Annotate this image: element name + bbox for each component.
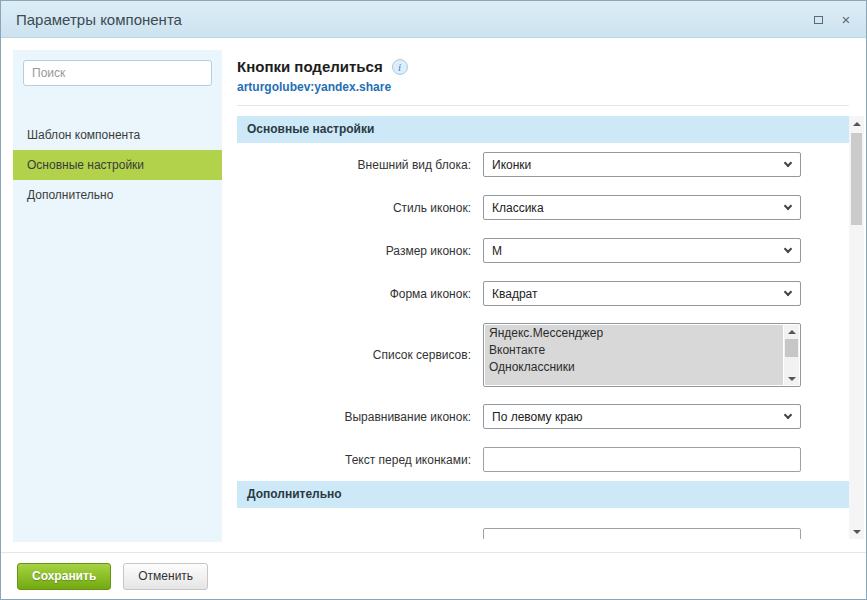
close-icon[interactable]: × (836, 10, 856, 30)
search-input[interactable] (23, 60, 212, 86)
cancel-button[interactable]: Отменить (123, 563, 208, 590)
partial-input[interactable] (483, 528, 801, 539)
component-code-link[interactable]: arturgolubev:yandex.share (237, 80, 391, 94)
multiselect-scrollbar[interactable] (784, 325, 799, 385)
field-label: Текст перед иконками: (237, 453, 483, 467)
main-scrollbar[interactable] (849, 116, 864, 539)
dialog-titlebar: Параметры компонента × (1, 1, 866, 38)
main-header: Кнопки поделиться i arturgolubev:yandex.… (237, 58, 408, 95)
scroll-thumb[interactable] (851, 133, 862, 225)
icon-shape-select[interactable]: Квадрат (483, 281, 801, 306)
field-control: Иконки (483, 152, 801, 177)
field-control: По левому краю (483, 404, 801, 429)
chevron-down-icon (784, 159, 792, 167)
icon-align-select[interactable]: По левому краю (483, 404, 801, 429)
text-before-icons-input[interactable] (483, 447, 801, 472)
form-row-icon-size: Размер иконок: M (237, 229, 849, 272)
info-icon[interactable]: i (392, 59, 408, 75)
select-value: Квадрат (492, 287, 538, 301)
field-label: Форма иконок: (237, 287, 483, 301)
select-value: M (492, 244, 502, 258)
form-row-services: Список сервисов: Яндекс.Мессенджер Вконт… (237, 315, 849, 395)
field-label: Список сервисов: (237, 348, 483, 362)
multiselect-option[interactable]: Одноклассники (485, 359, 783, 376)
scroll-up-icon[interactable] (849, 116, 864, 131)
form-row-appearance: Внешний вид блока: Иконки (237, 143, 849, 186)
multiselect-options: Яндекс.Мессенджер Вконтакте Одноклассник… (485, 325, 783, 385)
form-row-icon-style: Стиль иконок: Классика (237, 186, 849, 229)
field-control: Классика (483, 195, 801, 220)
form-row-icon-align: Выравнивание иконок: По левому краю (237, 395, 849, 438)
field-control: Квадрат (483, 281, 801, 306)
chevron-down-icon (784, 202, 792, 210)
field-control (483, 447, 801, 472)
sidebar-menu: Шаблон компонента Основные настройки Доп… (13, 120, 222, 210)
form-row-partial (237, 508, 849, 539)
sidebar-item-component-template[interactable]: Шаблон компонента (13, 120, 222, 150)
dialog-title: Параметры компонента (16, 11, 182, 28)
multiselect-option[interactable]: Вконтакте (485, 342, 783, 359)
scroll-up-icon[interactable] (784, 325, 799, 338)
icon-style-select[interactable]: Классика (483, 195, 801, 220)
form-row-icon-shape: Форма иконок: Квадрат (237, 272, 849, 315)
dialog-footer: Сохранить Отменить (1, 552, 866, 599)
field-label: Стиль иконок: (237, 201, 483, 215)
field-control: M (483, 238, 801, 263)
select-value: Иконки (492, 158, 531, 172)
services-multiselect[interactable]: Яндекс.Мессенджер Вконтакте Одноклассник… (483, 323, 801, 387)
scroll-down-icon[interactable] (784, 372, 799, 385)
chevron-down-icon (784, 411, 792, 419)
field-label: Размер иконок: (237, 244, 483, 258)
sidebar: Шаблон компонента Основные настройки Доп… (13, 50, 222, 542)
multiselect-option[interactable]: Яндекс.Мессенджер (485, 325, 783, 342)
field-label: Выравнивание иконок: (237, 410, 483, 424)
chevron-down-icon (784, 288, 792, 296)
form-row-text-before-icons: Текст перед иконками: (237, 438, 849, 481)
section-additional: Дополнительно (237, 481, 849, 508)
scroll-thumb[interactable] (785, 339, 798, 357)
sidebar-item-additional[interactable]: Дополнительно (13, 180, 222, 210)
chevron-down-icon (784, 245, 792, 253)
section-main-settings: Основные настройки (237, 116, 849, 143)
save-button[interactable]: Сохранить (17, 563, 111, 590)
field-control: Яндекс.Мессенджер Вконтакте Одноклассник… (483, 323, 801, 387)
sidebar-item-main-settings[interactable]: Основные настройки (13, 150, 222, 180)
window-controls: × (808, 1, 856, 38)
field-label: Внешний вид блока: (237, 158, 483, 172)
select-value: Классика (492, 201, 544, 215)
icon-size-select[interactable]: M (483, 238, 801, 263)
component-parameters-dialog: Параметры компонента × Шаблон компонента… (0, 0, 867, 600)
maximize-icon[interactable] (808, 10, 828, 30)
header-divider (237, 105, 849, 106)
maximize-glyph (814, 16, 823, 24)
appearance-select[interactable]: Иконки (483, 152, 801, 177)
page-title: Кнопки поделиться (237, 58, 383, 75)
settings-form: Основные настройки Внешний вид блока: Ик… (237, 116, 849, 539)
field-control (483, 528, 801, 539)
scroll-down-icon[interactable] (849, 524, 864, 539)
select-value: По левому краю (492, 410, 583, 424)
